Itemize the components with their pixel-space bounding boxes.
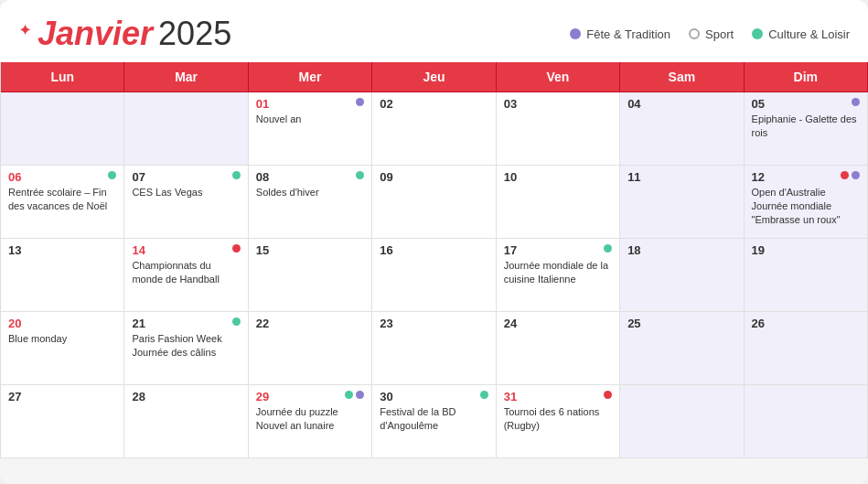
culture-dot <box>108 171 116 179</box>
day-cell <box>745 385 868 458</box>
day-header-lun: Lun <box>1 62 124 92</box>
day-cell <box>124 92 248 166</box>
sparkle-icon: ✦ <box>18 20 32 40</box>
day-cell: 15 <box>249 239 372 312</box>
day-number: 26 <box>752 317 765 329</box>
day-number: 20 <box>8 317 21 329</box>
day-cell: 12Open d'Australie Journée mondiale "Emb… <box>745 166 868 239</box>
calendar-container: ✦ Janvier 2025 Fête & TraditionSportCult… <box>0 0 868 484</box>
day-cell: 01Nouvel an <box>249 92 372 166</box>
day-number: 31 <box>504 391 517 403</box>
legend-item-culture: Culture & Loisir <box>752 27 850 41</box>
day-cell: 21Paris Fashion Week Journée des câlins <box>124 312 248 385</box>
day-number: 03 <box>504 98 517 110</box>
event-text: CES Las Vegas <box>132 186 240 199</box>
legend: Fête & TraditionSportCulture & Loisir <box>570 27 850 41</box>
day-number: 16 <box>380 244 392 256</box>
day-number: 09 <box>380 171 392 183</box>
day-header-dim: Dim <box>745 62 868 92</box>
day-number: 22 <box>256 317 269 329</box>
fete-dot <box>356 391 364 399</box>
event-text: Tournoi des 6 nations (Rugby) <box>504 405 612 433</box>
day-header-sam: Sam <box>620 62 744 92</box>
day-number: 07 <box>132 171 145 183</box>
day-number: 28 <box>132 391 145 403</box>
day-number: 06 <box>8 171 21 183</box>
day-cell: 23 <box>372 312 496 385</box>
culture-dot <box>480 391 488 399</box>
day-number: 18 <box>627 244 640 256</box>
day-number: 29 <box>256 391 269 403</box>
day-number: 17 <box>504 244 517 256</box>
day-number: 10 <box>504 171 517 183</box>
day-cell <box>620 385 744 458</box>
day-number: 25 <box>627 317 640 329</box>
day-cell: 26 <box>745 312 868 385</box>
calendar-title: ✦ Janvier 2025 <box>18 15 231 53</box>
day-cell <box>1 92 124 166</box>
day-cell: 08Soldes d'hiver <box>249 166 372 239</box>
calendar-grid: LunMarMerJeuVenSamDim01Nouvel an02030405… <box>0 62 868 458</box>
culture-dot <box>232 171 241 179</box>
day-cell: 14Championnats du monde de Handball <box>124 239 248 312</box>
day-number: 21 <box>132 317 145 329</box>
day-number: 01 <box>256 98 269 110</box>
day-cell: 28 <box>124 385 248 458</box>
day-number: 11 <box>627 171 640 183</box>
event-text: Festival de la BD d'Angoulême <box>380 405 488 433</box>
day-number: 05 <box>752 98 765 110</box>
day-number: 04 <box>627 98 640 110</box>
day-cell: 03 <box>497 92 620 166</box>
day-cell: 27 <box>1 385 124 458</box>
fete-dot <box>356 98 364 106</box>
day-cell: 24 <box>497 312 620 385</box>
day-number: 15 <box>256 244 269 256</box>
day-cell: 29Journée du puzzle Nouvel an lunaire <box>249 385 372 458</box>
day-cell: 18 <box>620 239 744 312</box>
day-cell: 13 <box>1 239 124 312</box>
calendar-header: ✦ Janvier 2025 Fête & TraditionSportCult… <box>0 0 868 62</box>
day-number: 24 <box>504 317 517 329</box>
day-number: 13 <box>8 244 21 256</box>
day-cell: 22 <box>249 312 372 385</box>
culture-dot <box>356 171 364 179</box>
day-number: 14 <box>132 244 145 256</box>
day-header-ven: Ven <box>497 62 620 92</box>
day-cell: 07CES Las Vegas <box>124 166 248 239</box>
month-name: Janvier <box>38 15 153 53</box>
day-cell: 16 <box>372 239 496 312</box>
event-text: Soldes d'hiver <box>256 186 364 199</box>
day-header-mar: Mar <box>124 62 248 92</box>
event-text: Journée du puzzle Nouvel an lunaire <box>256 405 364 433</box>
fete-dot <box>852 98 860 106</box>
legend-item-sport: Sport <box>689 27 734 41</box>
day-cell: 25 <box>620 312 744 385</box>
event-text: Open d'Australie Journée mondiale "Embra… <box>752 186 860 227</box>
day-number: 27 <box>8 391 21 403</box>
event-text: Championnats du monde de Handball <box>132 259 240 286</box>
day-cell: 09 <box>372 166 496 239</box>
red-dot-dot <box>604 391 612 399</box>
day-number: 23 <box>380 317 392 329</box>
day-header-mer: Mer <box>249 62 372 92</box>
event-text: Blue monday <box>8 332 116 346</box>
day-cell: 19 <box>745 239 868 312</box>
day-cell: 06Rentrée scolaire – Fin des vacances de… <box>1 166 124 239</box>
day-cell: 10 <box>497 166 620 239</box>
event-text: Rentrée scolaire – Fin des vacances de N… <box>8 186 116 213</box>
event-text: Nouvel an <box>256 113 364 126</box>
day-cell: 11 <box>620 166 744 239</box>
day-number: 12 <box>752 171 765 183</box>
day-cell: 04 <box>620 92 744 166</box>
day-number: 19 <box>752 244 765 256</box>
event-text: Journée mondiale de la cuisine Italienne <box>504 259 612 286</box>
culture-dot <box>604 244 612 253</box>
day-cell: 30Festival de la BD d'Angoulême <box>372 385 496 458</box>
red-dot-dot <box>232 244 241 253</box>
day-cell: 05Epiphanie - Galette des rois <box>745 92 868 166</box>
day-number: 02 <box>380 98 392 110</box>
day-number: 30 <box>380 391 392 403</box>
day-cell: 17Journée mondiale de la cuisine Italien… <box>497 239 620 312</box>
event-text: Epiphanie - Galette des rois <box>752 113 860 140</box>
event-text: Paris Fashion Week Journée des câlins <box>132 332 240 360</box>
